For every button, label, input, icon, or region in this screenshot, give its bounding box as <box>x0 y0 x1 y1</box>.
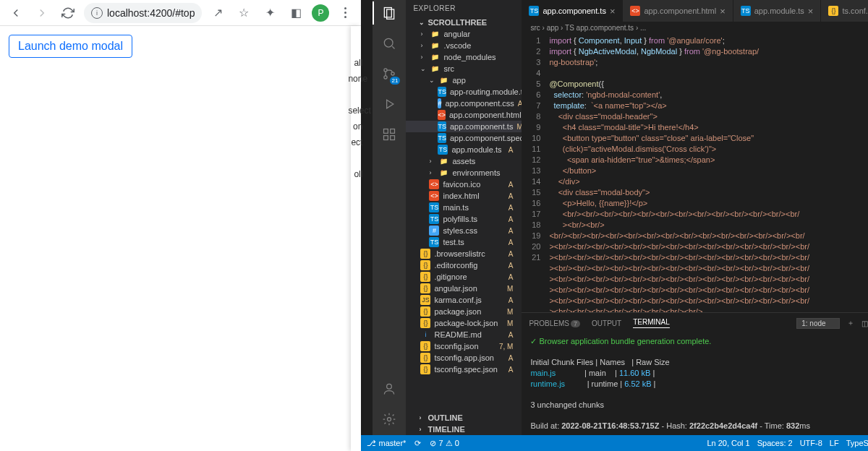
file-.editorconfig[interactable]: {}.editorconfigA <box>406 259 522 271</box>
file-main.ts[interactable]: TSmain.tsA <box>406 202 522 213</box>
file-assets[interactable]: ›📁assets <box>406 155 522 167</box>
indent-indicator[interactable]: Spaces: 2 <box>757 439 793 447</box>
svg-point-10 <box>387 384 392 389</box>
svg-point-5 <box>391 72 394 75</box>
language-indicator[interactable]: TypeScript <box>846 439 868 447</box>
split-terminal-icon[interactable]: ◫ <box>861 319 868 327</box>
tab-terminal[interactable]: TERMINAL <box>633 318 670 328</box>
timeline-section[interactable]: ›TIMELINE <box>406 424 522 435</box>
branch-indicator[interactable]: ⎇ master* <box>367 439 406 448</box>
problems-indicator[interactable]: ⊘ 7 ⚠ 0 <box>430 439 459 448</box>
file-app.component.html[interactable]: <>app.component.htmlM <box>406 109 522 121</box>
file-app.component.spec.ts[interactable]: TSapp.component.spec.tsA <box>406 132 522 144</box>
terminal-output[interactable]: ✓ Browser application bundle generation … <box>522 333 868 435</box>
extensions-icon[interactable]: ✦ <box>260 3 280 23</box>
file-environments[interactable]: ›📁environments <box>406 167 522 179</box>
window-gutter <box>361 0 373 435</box>
chrome-toolbar: i localhost:4200/#top ↗ ☆ ✦ ◧ P <box>0 0 361 26</box>
file-test.ts[interactable]: TStest.tsA <box>406 236 522 248</box>
status-bar: ⎇ master* ⟳ ⊘ 7 ⚠ 0 Ln 20, Col 1 Spaces:… <box>361 435 868 451</box>
site-info-icon[interactable]: i <box>91 7 103 19</box>
tab-app.module.ts[interactable]: TSapp.module.ts× <box>733 0 822 22</box>
settings-icon[interactable] <box>380 411 398 428</box>
extensions-icon[interactable] <box>380 126 398 143</box>
sidepanel-icon[interactable]: ◧ <box>286 3 306 23</box>
new-terminal-icon[interactable]: ＋ <box>847 318 854 328</box>
svg-rect-9 <box>391 136 395 140</box>
file-tsconfig.json[interactable]: {}tsconfig.json7, M <box>406 340 522 352</box>
background-window-peek: allnone select onect oll <box>348 55 362 182</box>
page-body: Launch demo modal allnone select onect o… <box>0 26 361 451</box>
tab-app.component.html[interactable]: <>app.component.html× <box>623 0 733 22</box>
svg-point-4 <box>384 76 387 79</box>
file-favicon.ico[interactable]: <>favicon.icoA <box>406 179 522 190</box>
url-text: localhost:4200/#top <box>107 7 195 19</box>
terminal-select[interactable]: 1: node <box>796 318 839 329</box>
code-editor[interactable]: 123456789101112131415161718192021 import… <box>522 34 868 312</box>
close-icon[interactable]: × <box>720 6 726 17</box>
tab-output[interactable]: OUTPUT <box>592 319 621 327</box>
tab-app.component.ts[interactable]: TSapp.component.ts× <box>522 0 623 22</box>
chrome-menu-icon[interactable] <box>335 3 355 23</box>
file-app-routing.module.ts[interactable]: TSapp-routing.module.tsA <box>406 86 522 98</box>
launch-demo-modal-button[interactable]: Launch demo modal <box>9 35 132 58</box>
accounts-icon[interactable] <box>380 380 398 398</box>
svg-rect-7 <box>391 129 395 134</box>
eol-indicator[interactable]: LF <box>830 439 839 447</box>
explorer-icon[interactable] <box>380 4 398 22</box>
file-.vscode[interactable]: ›📁.vscode <box>406 40 522 51</box>
file-app.component.css[interactable]: #app.component.cssA <box>406 98 522 109</box>
file-src[interactable]: ⌄📁src <box>406 63 522 74</box>
share-icon[interactable]: ↗ <box>208 3 228 23</box>
encoding-indicator[interactable]: UTF-8 <box>800 439 822 447</box>
back-button[interactable] <box>6 3 26 23</box>
file-index.html[interactable]: <>index.htmlA <box>406 190 522 202</box>
tab-problems[interactable]: PROBLEMS7 <box>529 319 580 327</box>
file-node_modules[interactable]: ›📁node_modules <box>406 51 522 63</box>
project-section[interactable]: ⌄SCROLLTHREE <box>406 17 522 28</box>
editor-area: TSapp.component.ts×<>app.component.html×… <box>522 0 868 435</box>
file-karma.conf.js[interactable]: JSkarma.conf.jsA <box>406 294 522 306</box>
file-tsconfig.app.json[interactable]: {}tsconfig.app.jsonA <box>406 352 522 364</box>
file-package.json[interactable]: {}package.jsonM <box>406 306 522 317</box>
close-icon[interactable]: × <box>610 6 616 17</box>
breadcrumb[interactable]: src › app › TS app.component.ts › ... <box>522 22 868 34</box>
file-polyfills.ts[interactable]: TSpolyfills.tsA <box>406 213 522 225</box>
file-app[interactable]: ⌄📁app <box>406 74 522 86</box>
file-.browserslistrc[interactable]: {}.browserslistrcA <box>406 248 522 259</box>
svg-point-3 <box>384 69 387 72</box>
line-numbers: 123456789101112131415161718192021 <box>522 34 546 312</box>
file-angular[interactable]: ›📁angular <box>406 28 522 40</box>
explorer-sidebar: EXPLORER ⌄SCROLLTHREE ›📁angular›📁.vscode… <box>406 0 522 435</box>
svg-rect-6 <box>384 129 388 134</box>
search-icon[interactable] <box>380 35 398 52</box>
file-styles.css[interactable]: #styles.cssA <box>406 225 522 236</box>
sync-icon[interactable]: ⟳ <box>414 439 421 448</box>
cursor-position[interactable]: Ln 20, Col 1 <box>707 439 749 447</box>
activity-bar: 21 <box>373 0 406 435</box>
tab-ts.conf...[interactable]: {}ts.conf...× <box>821 0 868 22</box>
bookmark-icon[interactable]: ☆ <box>234 3 254 23</box>
bottom-panel: PROBLEMS7 OUTPUT TERMINAL 1: node ＋ ◫ 🗑 … <box>522 312 868 435</box>
reload-button[interactable] <box>58 3 78 23</box>
profile-avatar[interactable]: P <box>312 4 329 22</box>
svg-point-2 <box>385 38 393 47</box>
close-icon[interactable]: × <box>808 6 814 17</box>
run-debug-icon[interactable] <box>380 95 398 113</box>
source-control-icon[interactable]: 21 <box>380 65 398 82</box>
outline-section[interactable]: ›OUTLINE <box>406 412 522 424</box>
svg-rect-8 <box>384 136 388 140</box>
file-.gitignore[interactable]: {}.gitignoreA <box>406 271 522 283</box>
file-app.component.ts[interactable]: TSapp.component.tsM <box>406 121 522 132</box>
file-app.module.ts[interactable]: TSapp.module.tsA <box>406 144 522 155</box>
address-bar[interactable]: i localhost:4200/#top <box>84 3 202 23</box>
chrome-window: i localhost:4200/#top ↗ ☆ ✦ ◧ P Launch d… <box>0 0 361 451</box>
svg-point-11 <box>388 418 391 421</box>
source-code[interactable]: import { Component, Input } from '@angul… <box>546 34 868 312</box>
forward-button[interactable] <box>32 3 52 23</box>
file-README.md[interactable]: iREADME.mdA <box>406 329 522 340</box>
vscode-window: 21 EXPLORER ⌄SCROLLTHREE ›📁angular›📁.vsc… <box>361 0 868 451</box>
file-package-lock.json[interactable]: {}package-lock.jsonM <box>406 317 522 329</box>
file-tsconfig.spec.json[interactable]: {}tsconfig.spec.jsonA <box>406 364 522 375</box>
file-angular.json[interactable]: {}angular.jsonM <box>406 283 522 294</box>
